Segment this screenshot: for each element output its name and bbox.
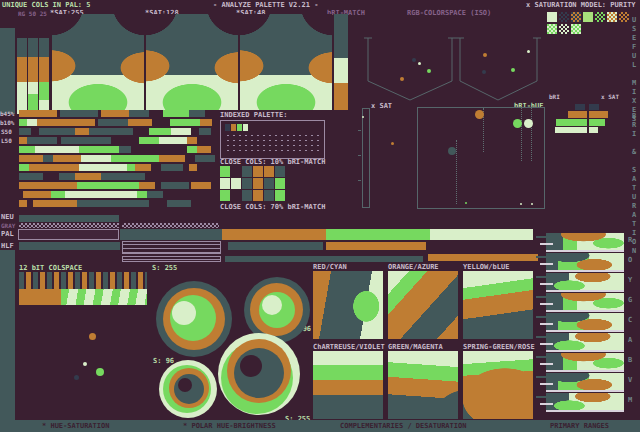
analysis-bar-row <box>19 191 163 198</box>
primary-range-band-R <box>546 233 624 252</box>
analysis-bar-row <box>19 119 212 126</box>
bar-segment <box>127 164 135 171</box>
tab-primary-ranges[interactable]: PRIMARY RANGES <box>550 422 609 430</box>
left-rail-strip-bottom <box>0 250 15 420</box>
bar-segment <box>19 128 31 135</box>
bar-segment <box>189 164 197 171</box>
scatter-point <box>400 77 404 81</box>
bar-segment <box>43 173 59 180</box>
x-sat-axis-label[interactable]: x SAT <box>371 102 392 110</box>
scatter-guide-line <box>456 140 457 204</box>
bar-segment <box>23 191 51 198</box>
close-col-cell <box>264 166 274 177</box>
bar-segment <box>101 173 145 180</box>
scatter-point <box>96 368 104 376</box>
mix-swatch <box>547 12 557 22</box>
primary-range-letter: O <box>628 256 632 264</box>
indexed-palette-empty-slots <box>225 133 319 154</box>
bar-segment <box>149 128 171 135</box>
bar-segment <box>128 119 152 126</box>
scatter-guide-line <box>521 108 522 161</box>
scatter-point <box>511 68 515 72</box>
close-col-cell <box>242 190 252 201</box>
scatter-point <box>527 50 530 53</box>
bar-segment <box>60 110 98 117</box>
hue-wave-panel-sliver <box>334 14 348 110</box>
hue-wave-panel-sat128 <box>146 14 238 110</box>
analysis-bar-row <box>19 128 211 135</box>
tab-hue-saturation[interactable]: * HUE-SATURATION <box>42 422 109 430</box>
comp-panel-green-magenta <box>388 351 458 419</box>
scatter-point <box>524 119 533 128</box>
bar-segment <box>152 119 170 126</box>
bar-segment <box>187 137 197 144</box>
scatter-point <box>418 62 421 65</box>
bri-saturation-rail-label: BRI & SATURATION <box>629 112 639 256</box>
b10-label: b10% <box>0 119 14 126</box>
bar-segment <box>37 119 95 126</box>
tab-polar-hue-brightness[interactable]: * POLAR HUE-BRIGHTNESS <box>183 422 276 430</box>
gray-dither-bar <box>19 223 119 228</box>
sat-axis-tick <box>358 180 361 181</box>
scatter-point <box>83 362 87 366</box>
scatter-point <box>482 70 486 74</box>
colspace-title: 12 bIT COLSPACE <box>19 264 82 272</box>
bar-segment <box>77 182 139 189</box>
close-col-cell <box>275 178 285 189</box>
bar-segment <box>89 128 133 135</box>
primary-range-letter: A <box>628 336 632 344</box>
close-col-cell <box>253 178 263 189</box>
analysis-bar-row <box>19 155 215 162</box>
bar-segment <box>139 137 159 144</box>
scatter-point <box>513 119 522 128</box>
bar-segment <box>167 200 191 207</box>
palette-analyzer-screen: UNIQUE COLS IN PAL: 5 - ANALYZE PALETTE … <box>0 0 640 432</box>
bar-segment <box>81 155 111 162</box>
bar-segment <box>161 182 189 189</box>
bar-segment <box>197 146 211 153</box>
analysis-bar-row <box>19 173 145 180</box>
close-col-cell <box>275 166 285 177</box>
primary-range-band-Y <box>546 273 624 292</box>
close-col-cell <box>264 178 274 189</box>
sat-pyramid-label[interactable]: x SAT <box>601 93 619 100</box>
analysis-bar-row <box>19 110 205 117</box>
bar-segment <box>119 146 131 153</box>
gray-label: GRAY <box>1 222 15 229</box>
indexed-palette-title: INDEXED PALETTE: <box>220 111 287 119</box>
bar-segment <box>19 119 27 126</box>
close-col-cell <box>253 190 263 201</box>
saturation-model-toggle[interactable]: x SATURATION MODEL: PURITY <box>526 1 636 9</box>
indexed-swatch <box>237 124 242 131</box>
s255-label-a: S: 255 <box>152 264 177 272</box>
close-col-cell <box>220 178 230 189</box>
bar-segment <box>189 110 205 117</box>
neu-bar <box>19 215 119 222</box>
palette-analysis-bars <box>17 110 217 210</box>
analysis-bar-row <box>19 164 197 171</box>
bar-segment <box>61 137 111 144</box>
comp-label-chartreuse-violet: ChARTREUSE/VIOLET <box>313 343 385 351</box>
unique-cols-count: UNIQUE COLS IN PAL: 5 <box>2 1 91 9</box>
primary-range-letter: C <box>628 316 632 324</box>
colspace-comb-orange <box>19 289 61 305</box>
bar-segment <box>129 110 149 117</box>
bar-segment <box>133 128 149 135</box>
mix-swatch <box>619 12 629 22</box>
bar-segment <box>39 128 75 135</box>
bar-segment <box>111 137 139 144</box>
bar-segment <box>191 182 211 189</box>
tab-complementaries-desaturation[interactable]: COMPLEMENTARIES / DESATURATION <box>340 422 466 430</box>
bar-segment <box>131 146 187 153</box>
useful-mixes-rail-label: USEFUL MIXES <box>629 16 639 124</box>
close-col-cell <box>242 166 252 177</box>
scatter-guide-line <box>531 108 532 161</box>
s96-label-b: S: 96 <box>153 357 174 365</box>
comp-label-green-magenta: GREEN/MAGENTA <box>388 343 443 351</box>
rg-label: RG 50 25 <box>18 10 47 17</box>
neu-label: NEU <box>1 213 14 221</box>
comp-panel-chartreuse-violet <box>313 351 383 419</box>
primary-range-band-A <box>546 333 624 352</box>
bar-segment <box>163 110 189 117</box>
analysis-bar-row <box>19 200 191 207</box>
